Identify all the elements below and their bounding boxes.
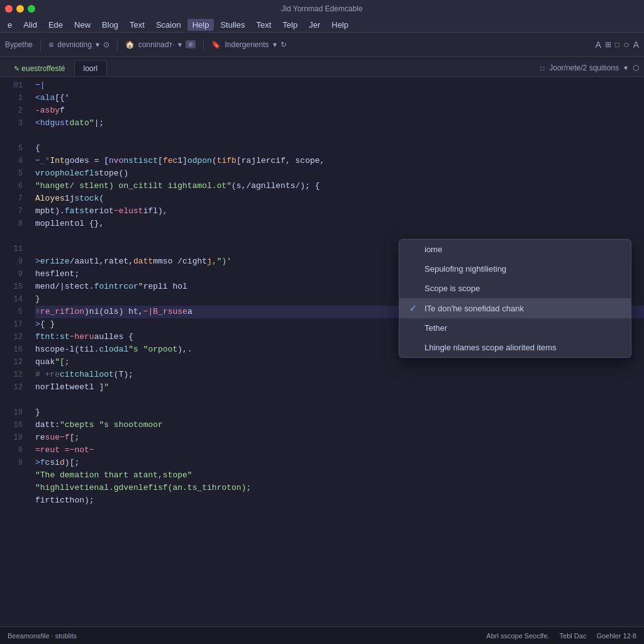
line-num: 1 xyxy=(0,92,23,104)
toolbar: Bypethe ≡ devnioting ▾ ⊙ 🏠 conninadт· ▾ … xyxy=(0,33,644,57)
line-num xyxy=(0,230,23,243)
dropdown-menu: iome Sepulofing nightilieting Scope is s… xyxy=(399,239,631,358)
dropdown-item-5[interactable]: Tether xyxy=(399,318,631,338)
grid-icon[interactable]: ⊞ xyxy=(605,40,611,49)
status-scope: Abrl sscope Seoclfe. xyxy=(486,632,549,640)
code-line: −| xyxy=(35,79,644,92)
file-icon: ✎ xyxy=(14,65,19,72)
line-num: 7 xyxy=(0,192,23,205)
location-chevron: ▾ xyxy=(178,40,182,49)
line-num: 4 xyxy=(0,155,23,167)
menu-item-alid[interactable]: Alid xyxy=(18,19,42,31)
home-icon: 🏠 xyxy=(125,40,135,49)
line-num xyxy=(0,394,23,406)
code-line: >f csid)[; xyxy=(35,457,644,469)
status-file: Beeamonsfile · stoblits xyxy=(8,632,77,640)
window-title: Jid Yornmad Edemcable xyxy=(281,4,362,13)
menu-item-scaion[interactable]: Scaion xyxy=(151,19,186,31)
code-line: − _*Int godes = [nvo nstisct[ fec 1] odp… xyxy=(35,155,644,167)
menu-item-help2[interactable]: Help xyxy=(326,19,353,31)
code-line: { xyxy=(35,142,644,155)
toolbar-branch[interactable]: ≡ devnioting ▾ ⊙ xyxy=(48,40,109,50)
line-numbers: 01 1 2 3 5 4 5 6 7 7 8 11 9 9 15 14 5 17… xyxy=(0,77,30,626)
tab-active[interactable]: loorl xyxy=(74,60,108,76)
status-bar: Beeamonsfile · stoblits Abrl sscope Seoc… xyxy=(0,626,644,644)
toolbar-divider-2 xyxy=(117,38,118,51)
code-line xyxy=(35,394,644,406)
window-icon[interactable]: □ xyxy=(615,40,619,49)
menu-item-blog[interactable]: Blog xyxy=(97,19,123,31)
status-table: Tebl Dac xyxy=(560,632,587,640)
line-num: 5 xyxy=(0,167,23,180)
code-line: firticthon); xyxy=(35,494,644,507)
tab-right-section: □ Joor/nete/2 squitions ▾ ⬡ xyxy=(540,64,639,76)
dropdown-item-6[interactable]: Lhingle nlames scope aliorited items xyxy=(399,338,631,357)
menu-item-text[interactable]: Text xyxy=(125,19,150,31)
line-num: 9 xyxy=(0,457,23,469)
menu-item-jer[interactable]: Jer xyxy=(304,19,325,31)
fullscreen-button[interactable] xyxy=(28,5,35,13)
dropdown-item-1[interactable]: iome xyxy=(399,240,631,259)
dropdown-item-3-label: Scope is scope xyxy=(425,284,480,293)
code-line: quak "[; xyxy=(35,356,644,369)
check-icon: ✓ xyxy=(409,303,419,313)
line-num: 12 xyxy=(0,369,23,381)
toolbar-right: A ⊞ □ ○ A xyxy=(595,39,639,50)
menu-icon[interactable]: A xyxy=(633,40,639,50)
tab-right-label: Joor/nete/2 squitions xyxy=(549,64,619,72)
dropdown-item-2[interactable]: Sepulofing nightilieting xyxy=(399,259,631,279)
code-line: =reut =−not− xyxy=(35,444,644,457)
code-line: mpbt).fatst eriot −elust ifl), xyxy=(35,205,644,218)
menu-item-e[interactable]: e xyxy=(3,19,17,31)
line-num: 9 xyxy=(0,255,23,268)
line-num: 8 xyxy=(0,444,23,457)
panel-chevron: ▾ xyxy=(273,40,277,49)
line-num xyxy=(0,494,23,507)
line-num: 6 xyxy=(0,180,23,192)
status-position: Goehler 12·8 xyxy=(596,632,636,640)
tab-right-expand[interactable]: ⬡ xyxy=(633,64,639,72)
tab-right-icon: □ xyxy=(540,65,544,72)
close-button[interactable] xyxy=(5,5,13,13)
line-num xyxy=(0,482,23,494)
refresh-icon[interactable]: ↻ xyxy=(280,40,287,49)
code-line: <ala [{' xyxy=(35,92,644,104)
line-num: 17 xyxy=(0,318,23,331)
toolbar-panel[interactable]: 🔖 Indergenents ▾ ↻ xyxy=(211,40,286,49)
line-num: 19 xyxy=(0,431,23,444)
code-line: mopllentol {}, xyxy=(35,218,644,230)
dropdown-item-4[interactable]: ✓ ITe don'he sonefidad chank xyxy=(399,298,631,318)
code-line: "The demation thart atant,stope" xyxy=(35,469,644,482)
location-name: conninadт· xyxy=(138,40,175,49)
traffic-lights[interactable] xyxy=(5,5,35,13)
profile-icon[interactable]: ○ xyxy=(623,39,630,50)
tab-file[interactable]: ✎ euestroffesté xyxy=(5,61,74,76)
menu-item-new[interactable]: New xyxy=(69,19,96,31)
line-num: 11 xyxy=(0,243,23,255)
line-num: 15 xyxy=(0,280,23,293)
status-right: Abrl sscope Seoclfe. Tebl Dac Goehler 12… xyxy=(486,632,636,640)
line-num: 19 xyxy=(0,406,23,419)
font-icon[interactable]: A xyxy=(595,40,601,50)
toolbar-location[interactable]: 🏠 conninadт· ▾ ⊕ xyxy=(125,40,196,49)
code-line: -asby f xyxy=(35,104,644,117)
tab-file-label: euestroffesté xyxy=(21,64,65,73)
minimize-button[interactable] xyxy=(16,5,24,13)
dropdown-item-2-label: Sepulofing nightilieting xyxy=(425,264,506,274)
line-num: 9 xyxy=(0,268,23,280)
code-line xyxy=(35,130,644,142)
menu-item-stulles[interactable]: Stulles xyxy=(215,19,250,31)
line-num: 12 xyxy=(0,331,23,343)
menu-item-ede[interactable]: Ede xyxy=(43,19,68,31)
menu-item-text2[interactable]: Text xyxy=(251,19,276,31)
tab-right-chevron: ▾ xyxy=(624,64,628,72)
dropdown-item-3[interactable]: Scope is scope xyxy=(399,279,631,298)
menu-item-telp[interactable]: Telp xyxy=(277,19,303,31)
line-num: 12 xyxy=(0,356,23,369)
line-num: 16 xyxy=(0,343,23,356)
dropdown-item-6-label: Lhingle nlames scope aliorited items xyxy=(425,343,557,352)
menu-bar: e Alid Ede New Blog Text Scaion Help Stu… xyxy=(0,18,644,33)
toolbar-profile: Bypethe xyxy=(5,40,33,49)
menu-item-help[interactable]: Help xyxy=(187,19,214,31)
branch-icon2: ⊙ xyxy=(103,40,109,49)
